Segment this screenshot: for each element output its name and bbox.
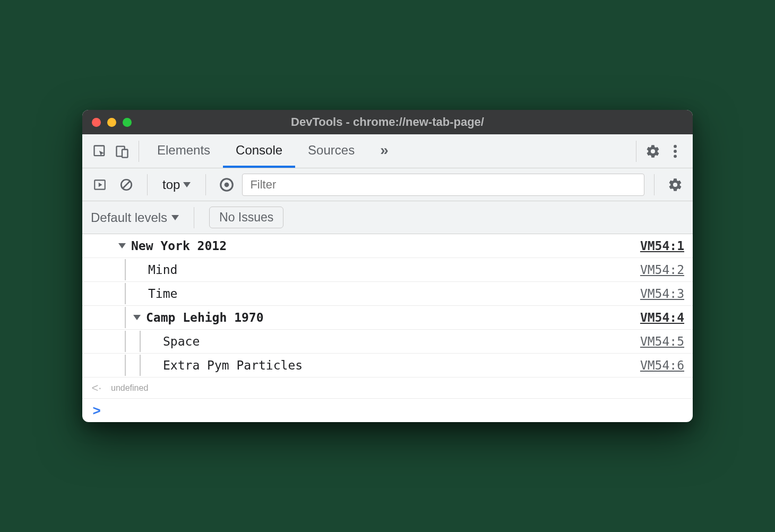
source-link[interactable]: VM54:3	[640, 287, 684, 301]
more-menu-icon[interactable]	[664, 140, 686, 162]
log-levels-selector[interactable]: Default levels	[91, 210, 179, 225]
console-toolbar: top	[82, 168, 693, 201]
close-window-button[interactable]	[92, 118, 101, 127]
issues-button[interactable]: No Issues	[209, 207, 283, 228]
return-value-row: <· undefined	[82, 377, 693, 399]
traffic-lights	[92, 118, 132, 127]
divider	[205, 174, 206, 195]
message-text: Time	[148, 287, 640, 301]
source-link[interactable]: VM54:5	[640, 334, 684, 348]
prompt-chevron-icon: >	[82, 402, 111, 419]
inspect-element-icon[interactable]	[89, 140, 111, 162]
source-link[interactable]: VM54:1	[640, 239, 684, 253]
message-text: New York 2012	[131, 239, 640, 253]
source-link[interactable]: VM54:2	[640, 263, 684, 277]
message-text: Space	[163, 334, 640, 348]
tab-elements[interactable]: Elements	[144, 134, 223, 168]
svg-point-4	[674, 150, 677, 153]
message-text: Mind	[148, 263, 640, 277]
console-group-header[interactable]: New York 2012VM54:1	[82, 234, 693, 258]
console-settings-icon[interactable]	[664, 174, 686, 196]
svg-rect-2	[122, 149, 128, 157]
console-filterbar: Default levels No Issues	[82, 201, 693, 234]
panel-tabbar: Elements Console Sources »	[82, 134, 693, 168]
disclosure-triangle-icon[interactable]	[133, 315, 141, 320]
clear-console-icon[interactable]	[115, 174, 137, 196]
divider	[194, 207, 194, 228]
device-toolbar-icon[interactable]	[111, 140, 133, 162]
nesting-guides	[111, 283, 126, 304]
execution-context-selector[interactable]: top	[157, 177, 196, 192]
disclosure-triangle-icon[interactable]	[118, 243, 126, 248]
svg-line-8	[123, 181, 130, 188]
nesting-guides	[111, 259, 126, 280]
tab-console[interactable]: Console	[223, 134, 295, 168]
tab-overflow[interactable]: »	[367, 134, 401, 168]
divider	[147, 174, 148, 195]
return-value: undefined	[111, 383, 148, 393]
nesting-guides	[111, 331, 141, 352]
live-expression-icon[interactable]	[216, 174, 238, 196]
settings-icon[interactable]	[642, 140, 664, 162]
log-levels-label: Default levels	[91, 210, 167, 225]
panel-tabs: Elements Console Sources »	[144, 134, 401, 168]
window-titlebar: DevTools - chrome://new-tab-page/	[82, 110, 693, 134]
filter-input[interactable]	[242, 174, 644, 196]
source-link[interactable]: VM54:6	[640, 358, 684, 372]
context-label: top	[162, 177, 180, 192]
return-arrow-icon: <·	[82, 381, 111, 395]
console-message: TimeVM54:3	[82, 282, 693, 306]
minimize-window-button[interactable]	[107, 118, 116, 127]
nesting-guides	[111, 307, 126, 328]
source-link[interactable]: VM54:4	[640, 311, 684, 324]
console-message: MindVM54:2	[82, 258, 693, 282]
message-text: Extra Pym Particles	[163, 358, 640, 372]
console-output: New York 2012VM54:1MindVM54:2TimeVM54:3C…	[82, 234, 693, 377]
console-group-header[interactable]: Camp Lehigh 1970VM54:4	[82, 306, 693, 330]
divider	[654, 174, 655, 195]
zoom-window-button[interactable]	[123, 118, 132, 127]
svg-point-5	[674, 155, 677, 158]
chevron-down-icon	[183, 182, 191, 187]
nesting-guides	[111, 355, 141, 376]
window-title: DevTools - chrome://new-tab-page/	[82, 115, 693, 129]
console-prompt-row[interactable]: >	[82, 399, 693, 422]
toggle-sidebar-icon[interactable]	[89, 174, 111, 196]
divider	[636, 141, 636, 162]
console-message: Extra Pym ParticlesVM54:6	[82, 354, 693, 377]
svg-point-3	[674, 144, 677, 148]
svg-rect-0	[94, 145, 105, 156]
console-message: SpaceVM54:5	[82, 330, 693, 354]
divider	[139, 141, 139, 162]
devtools-window: DevTools - chrome://new-tab-page/ Elemen…	[82, 110, 693, 422]
message-text: Camp Lehigh 1970	[146, 311, 640, 324]
chevron-down-icon	[171, 215, 179, 220]
tab-sources[interactable]: Sources	[295, 134, 367, 168]
svg-point-10	[225, 182, 229, 187]
